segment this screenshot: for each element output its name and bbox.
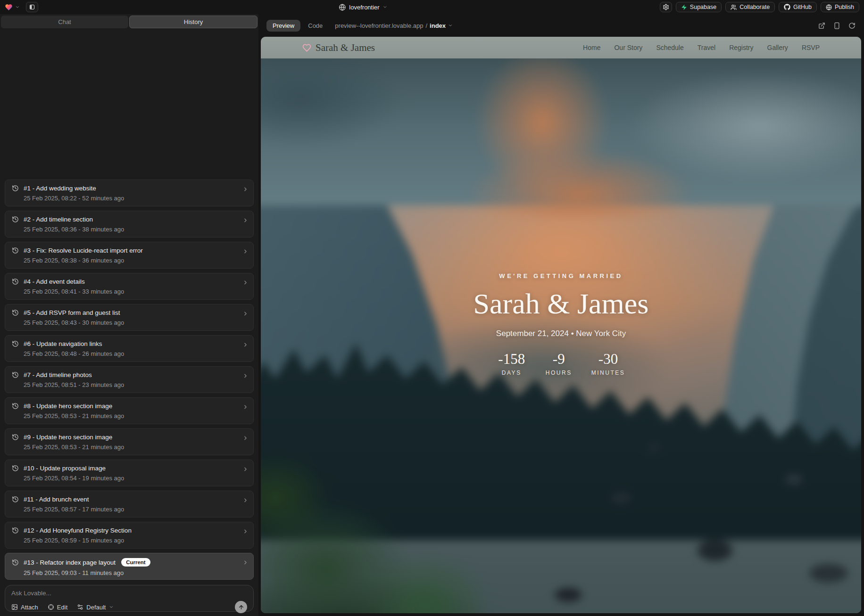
logo-menu-chevron-icon[interactable] — [15, 5, 20, 9]
history-icon — [12, 527, 19, 534]
open-external-icon[interactable] — [818, 22, 825, 29]
mode-label: Default — [86, 604, 106, 611]
lovable-logo-icon[interactable] — [5, 3, 13, 11]
github-button[interactable]: GitHub — [779, 2, 817, 12]
supabase-label: Supabase — [690, 4, 716, 10]
history-icon — [12, 309, 19, 316]
history-item-timestamp: 25 Feb 2025, 08:57 - 17 minutes ago — [24, 506, 247, 513]
history-item-title: #10 - Update proposal image — [24, 465, 106, 472]
history-item[interactable]: #9 - Update hero section image 25 Feb 20… — [5, 428, 254, 455]
site-nav-link[interactable]: Travel — [698, 44, 715, 51]
history-item-title: #7 - Add timeline photos — [24, 371, 92, 378]
history-item-timestamp: 25 Feb 2025, 08:59 - 15 minutes ago — [24, 537, 247, 544]
history-item[interactable]: #2 - Add timeline section 25 Feb 2025, 0… — [5, 211, 254, 238]
github-icon — [784, 4, 790, 10]
topbar: lovefrontier Supabase Collaborate GitHub… — [0, 0, 864, 14]
history-icon — [12, 559, 19, 566]
tab-history[interactable]: History — [129, 16, 258, 28]
countdown-unit: -158 DAYS — [497, 351, 526, 376]
prompt-input[interactable] — [11, 590, 176, 597]
panel-left-icon — [29, 4, 35, 10]
sliders-icon — [77, 604, 83, 610]
history-item[interactable]: #11 - Add brunch event 25 Feb 2025, 08:5… — [5, 491, 254, 517]
history-item[interactable]: #8 - Update hero section image 25 Feb 20… — [5, 397, 254, 424]
project-name: lovefrontier — [349, 4, 379, 11]
tab-chat[interactable]: Chat — [1, 16, 128, 28]
edit-label: Edit — [57, 604, 67, 611]
supabase-button[interactable]: Supabase — [676, 2, 722, 12]
site-nav-link[interactable]: Schedule — [656, 44, 683, 51]
site-brand-label: Sarah & James — [316, 42, 375, 54]
collaborate-button[interactable]: Collaborate — [725, 2, 775, 12]
publish-label: Publish — [835, 4, 854, 10]
send-button[interactable] — [235, 601, 247, 613]
chevron-right-icon — [242, 186, 249, 192]
sidebar-toggle-button[interactable] — [26, 2, 38, 12]
history-item-title: #5 - Add RSVP form and guest list — [24, 309, 120, 316]
history-item-timestamp: 25 Feb 2025, 08:43 - 30 minutes ago — [24, 319, 247, 326]
tab-code[interactable]: Code — [308, 22, 323, 29]
tab-preview[interactable]: Preview — [266, 20, 300, 32]
site-nav-link[interactable]: Our Story — [614, 44, 642, 51]
history-item[interactable]: #3 - Fix: Resolve Lucide-react import er… — [5, 242, 254, 269]
publish-button[interactable]: Publish — [821, 2, 859, 12]
history-item[interactable]: #5 - Add RSVP form and guest list 25 Feb… — [5, 304, 254, 331]
history-item[interactable]: #1 - Add wedding website 25 Feb 2025, 08… — [5, 180, 254, 206]
history-icon — [12, 434, 19, 441]
chevron-right-icon — [242, 559, 249, 566]
edit-button[interactable]: Edit — [48, 604, 67, 611]
countdown-unit: -30 MINUTES — [591, 351, 625, 376]
prompt-composer: Attach Edit Default — [5, 585, 254, 612]
history-item[interactable]: #6 - Update navigation links 25 Feb 2025… — [5, 335, 254, 362]
history-item-title: #3 - Fix: Resolve Lucide-react import er… — [24, 247, 143, 254]
current-badge: Current — [121, 558, 150, 567]
mobile-view-icon[interactable] — [833, 22, 840, 29]
attach-label: Attach — [21, 604, 38, 611]
history-list: #1 - Add wedding website 25 Feb 2025, 08… — [5, 180, 254, 580]
history-icon — [12, 402, 19, 410]
history-item-timestamp: 25 Feb 2025, 08:51 - 23 minutes ago — [24, 381, 247, 388]
preview-url[interactable]: preview--lovefrontier.lovable.app / inde… — [335, 22, 453, 29]
site-header: Sarah & James HomeOur StoryScheduleTrave… — [261, 37, 861, 58]
history-item[interactable]: #4 - Add event details 25 Feb 2025, 08:4… — [5, 273, 254, 300]
hero-title: Sarah & James — [261, 287, 861, 320]
site-nav-link[interactable]: RSVP — [802, 44, 820, 51]
site-nav-link[interactable]: Gallery — [767, 44, 788, 51]
chevron-right-icon — [242, 373, 249, 379]
project-selector[interactable]: lovefrontier — [339, 0, 387, 14]
crosshair-icon — [48, 604, 54, 610]
attach-button[interactable]: Attach — [11, 604, 38, 611]
heart-icon — [302, 43, 311, 52]
history-item-title: #12 - Add Honeyfund Registry Section — [24, 527, 132, 534]
supabase-icon — [681, 4, 687, 10]
countdown-label: DAYS — [497, 370, 526, 376]
site-brand[interactable]: Sarah & James — [302, 42, 375, 54]
preview-url-separator: / — [425, 22, 427, 29]
history-item-title: #4 - Add event details — [24, 278, 85, 285]
mode-selector[interactable]: Default — [77, 604, 114, 611]
refresh-icon[interactable] — [848, 22, 856, 29]
history-item[interactable]: #10 - Update proposal image 25 Feb 2025,… — [5, 460, 254, 486]
hero-section: WE'RE GETTING MARRIED Sarah & James Sept… — [261, 272, 861, 376]
history-icon — [12, 247, 19, 254]
hero-date-location: September 21, 2024 • New York City — [261, 329, 861, 338]
url-chevron-icon — [448, 23, 453, 28]
history-item-timestamp: 25 Feb 2025, 09:03 - 11 minutes ago — [24, 569, 247, 576]
countdown: -158 DAYS -9 HOURS -30 MINUTES — [261, 351, 861, 376]
history-item-title: #11 - Add brunch event — [24, 496, 89, 503]
collaborate-label: Collaborate — [739, 4, 770, 10]
history-item[interactable]: #13 - Refactor index page layout Current… — [5, 553, 254, 580]
chevron-right-icon — [242, 342, 249, 348]
history-item-title: #13 - Refactor index page layout — [24, 559, 116, 566]
history-item[interactable]: #12 - Add Honeyfund Registry Section 25 … — [5, 522, 254, 549]
project-chevron-icon — [383, 5, 388, 9]
settings-button[interactable] — [660, 2, 672, 12]
history-icon — [12, 185, 19, 192]
sidebar-tabs: Chat History — [1, 16, 258, 28]
history-item-title: #6 - Update navigation links — [24, 340, 102, 347]
chevron-right-icon — [242, 435, 249, 441]
site-nav-link[interactable]: Home — [583, 44, 600, 51]
preview-url-page: index — [430, 22, 446, 29]
site-nav-link[interactable]: Registry — [729, 44, 753, 51]
history-item[interactable]: #7 - Add timeline photos 25 Feb 2025, 08… — [5, 366, 254, 393]
